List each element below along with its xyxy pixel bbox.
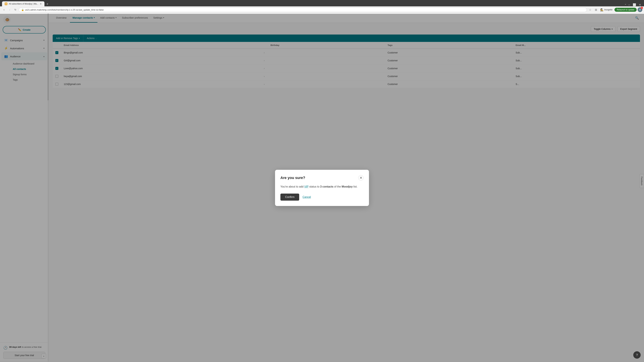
modal-body-text: You're about to add (280, 185, 304, 188)
refresh-button[interactable]: ↻ (13, 7, 18, 12)
cancel-link[interactable]: Cancel (302, 196, 311, 199)
list-name: Moodjoy (342, 185, 353, 188)
active-tab[interactable]: M All subscribers of Moodjoy | Ma... ✕ (2, 1, 44, 6)
maximize-button[interactable]: ⬜ (632, 3, 637, 6)
extensions-icon[interactable]: ⊞ (594, 7, 598, 12)
incognito-indicator: 🕵 Incognito (599, 8, 614, 11)
tab-close-icon[interactable]: ✕ (40, 2, 42, 5)
close-window-button[interactable]: ✕ (638, 3, 642, 6)
modal-actions: Confirm Cancel (280, 194, 364, 201)
bookmark-icon[interactable]: ☆ (588, 7, 592, 12)
modal-title: Are you sure? (280, 176, 305, 180)
modal-body-middle: status to (308, 185, 320, 188)
user-avatar[interactable]: S 1 (638, 7, 642, 12)
notification-badge: 1 (641, 7, 643, 9)
close-icon: ✕ (360, 176, 362, 180)
tab-title: All subscribers of Moodjoy | Ma... (9, 3, 38, 5)
incognito-label: Incognito (604, 8, 612, 11)
modal-body: You're about to add VIP status to 3 cont… (280, 185, 364, 189)
contacts-count: 3 contacts (320, 185, 334, 188)
relaunch-button[interactable]: Relaunch to update (614, 8, 636, 12)
url-text: us21.admin.mailchimp.com/lists/members/#… (25, 8, 584, 11)
forward-button[interactable]: › (8, 7, 12, 12)
modal-body-final: list. (353, 185, 358, 188)
tab-favicon: M (5, 2, 8, 5)
incognito-icon: 🕵 (600, 8, 604, 11)
browser-chrome: M All subscribers of Moodjoy | Ma... ✕ +… (0, 0, 644, 13)
vip-link[interactable]: VIP (304, 185, 308, 188)
address-bar[interactable]: 🔒 us21.admin.mailchimp.com/lists/members… (19, 7, 587, 12)
confirm-button[interactable]: Confirm (280, 194, 299, 201)
lock-icon: 🔒 (21, 8, 24, 11)
browser-toolbar: ‹ › ↻ 🔒 us21.admin.mailchimp.com/lists/m… (0, 6, 644, 13)
minimize-button[interactable]: ─ (627, 3, 631, 6)
browser-tabs-bar: M All subscribers of Moodjoy | Ma... ✕ +… (0, 0, 644, 6)
modal-close-button[interactable]: ✕ (358, 175, 364, 180)
new-tab-button[interactable]: + (45, 2, 50, 6)
modal-body-end: of the (334, 185, 342, 188)
confirmation-modal: Are you sure? ✕ You're about to add VIP … (275, 170, 369, 206)
back-button[interactable]: ‹ (2, 7, 6, 12)
modal-header: Are you sure? ✕ (280, 175, 364, 180)
modal-overlay: Are you sure? ✕ You're about to add VIP … (0, 14, 644, 362)
tab-overflow-icon[interactable]: ⌄ (624, 2, 626, 6)
